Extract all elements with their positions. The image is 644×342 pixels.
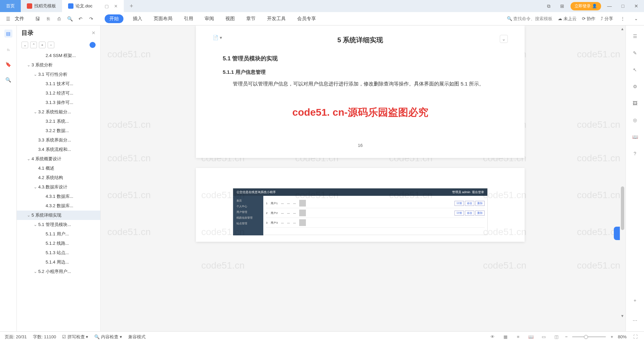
menu-right-icon[interactable]: ☰ (631, 32, 639, 40)
view-focus-icon[interactable]: ◫ (552, 333, 560, 341)
outline-item[interactable]: 3.1.1 技术可... (17, 79, 100, 89)
tab-view[interactable]: 视图 (223, 14, 237, 23)
tab-start[interactable]: 开始 (105, 14, 123, 23)
collapse-ribbon-icon[interactable]: ⌄ (632, 15, 640, 23)
tab-templates[interactable]: 找稻壳模板 (21, 0, 62, 12)
tab-present-icon[interactable]: ▢ (105, 4, 109, 9)
settings-slider-icon[interactable]: ⚙ (631, 82, 639, 91)
zoom-out-icon[interactable]: − (565, 334, 568, 339)
outline-item[interactable]: 3.2.1 系统... (17, 117, 100, 126)
collapse-all-icon[interactable]: ⌄ (21, 42, 28, 48)
scroll-up-icon[interactable]: ▲ (621, 27, 624, 31)
redo-icon[interactable]: ↷ (87, 15, 95, 23)
outline-item[interactable]: 5.1.4 周边... (17, 258, 100, 267)
page-marker-icon[interactable]: 📄▾ (213, 35, 223, 40)
zoom-level[interactable]: 80% (618, 334, 627, 339)
tab-dev[interactable]: 开发工具 (265, 14, 288, 23)
search-input[interactable]: 🔍 查找命令、搜索模板 (507, 16, 553, 22)
view-outline-icon[interactable]: ▭ (540, 333, 548, 341)
remove-icon[interactable]: − (48, 42, 54, 48)
outline-item[interactable]: ⌄4 系统概要设计 (17, 154, 100, 164)
view-page-icon[interactable]: ▦ (501, 333, 509, 341)
outline-item[interactable]: 2.4 SSM 框架... (17, 51, 100, 60)
compat-mode[interactable]: 兼容模式 (128, 334, 146, 340)
word-count[interactable]: 字数: 11100 (33, 334, 56, 340)
scroll-down-icon[interactable]: ▼ (621, 314, 624, 318)
pencil-icon[interactable]: ✎ (631, 49, 639, 57)
print-icon[interactable]: ⎙ (55, 15, 63, 23)
export-icon[interactable]: ⎘ (44, 15, 52, 23)
cloud-status[interactable]: ☁ 未上云 (558, 16, 577, 22)
outline-item[interactable]: 3.2.2 数据... (17, 126, 100, 135)
view-web-icon[interactable]: ≡ (514, 333, 522, 341)
read-icon[interactable]: 📖 (631, 133, 639, 141)
tab-document[interactable]: 论文.doc▢✕ (62, 0, 124, 12)
more-right-icon[interactable]: ⋯ (631, 317, 639, 325)
login-button[interactable]: 立即登录👤 (571, 2, 601, 10)
expand-all-icon[interactable]: ⌃ (30, 42, 37, 48)
help-icon[interactable]: ? (631, 150, 639, 158)
float-tab[interactable] (614, 227, 620, 240)
outline-item[interactable]: ⌄3.1 可行性分析 (17, 70, 100, 79)
more-icon[interactable]: ⋮ (619, 15, 627, 23)
save-icon[interactable]: 🖫 (34, 15, 42, 23)
apps-icon[interactable]: ⊞ (557, 1, 567, 11)
tab-layout[interactable]: 页面布局 (152, 14, 174, 23)
view-read-icon[interactable]: 📖 (527, 333, 535, 341)
outline-item[interactable]: 5.1.2 线路... (17, 239, 100, 248)
tab-reference[interactable]: 引用 (182, 14, 195, 23)
outline-item[interactable]: 5.1.3 站点... (17, 248, 100, 258)
outline-item[interactable]: ⌄5.1 管理员模块... (17, 220, 100, 229)
outline-item[interactable]: 3.1.2 经济可... (17, 89, 100, 98)
share-button[interactable]: ⤴ 分享 (601, 16, 613, 22)
coop-button[interactable]: ⟳ 协作 (582, 16, 596, 22)
outline-item[interactable]: ⌄3 系统分析 (17, 60, 100, 70)
zoom-slider[interactable] (572, 336, 606, 337)
shape-icon[interactable]: ◎ (631, 116, 639, 124)
page-indicator[interactable]: 页面: 20/31 (5, 334, 27, 340)
zoom-in-icon[interactable]: + (610, 334, 613, 339)
outline-item[interactable]: 3.3 系统界面分... (17, 135, 100, 145)
menu-icon[interactable]: ☰ (4, 15, 12, 23)
outline-item[interactable]: 3.1.3 操作可... (17, 98, 100, 107)
close-icon[interactable]: ✕ (631, 1, 641, 11)
tab-close-icon[interactable]: ✕ (114, 4, 118, 9)
vertical-scrollbar[interactable]: ▲ ▼ (620, 25, 626, 331)
outline-item[interactable]: 3.4 系统流程和... (17, 145, 100, 154)
sync-badge[interactable] (90, 42, 96, 48)
content-check-button[interactable]: 🔍 内容检查 ▾ (94, 334, 122, 340)
outline-item[interactable]: 4.3.2 数据库... (17, 201, 100, 211)
outline-item[interactable]: ⌄5 系统详细实现 (17, 211, 100, 220)
outline-item[interactable]: 4.3.1 数据库... (17, 192, 100, 201)
tab-insert[interactable]: 插入 (131, 14, 144, 23)
cursor-icon[interactable]: ↖ (631, 66, 639, 74)
ruler-icon[interactable]: ⎁ (4, 45, 12, 53)
add-icon[interactable]: + (39, 42, 46, 48)
bookmark-icon[interactable]: 🔖 (4, 60, 12, 68)
tab-new[interactable]: + (124, 0, 140, 12)
search-left-icon[interactable]: 🔍 (4, 76, 12, 84)
eye-icon[interactable]: 👁 (489, 333, 497, 341)
undo-icon[interactable]: ↶ (76, 15, 85, 23)
outline-close-icon[interactable]: ✕ (92, 30, 96, 36)
file-menu[interactable]: 文件 (15, 16, 24, 22)
preview-icon[interactable]: 🔍 (66, 15, 74, 23)
outline-item[interactable]: ⌄4.3.数据库设计 (17, 182, 100, 192)
outline-item[interactable]: ⌄3.2 系统性能分... (17, 107, 100, 117)
collapse-section-icon[interactable]: ⌄ (500, 35, 508, 43)
outline-item[interactable]: 5.1.1 用户... (17, 229, 100, 239)
tab-review[interactable]: 审阅 (203, 14, 216, 23)
tab-chapter[interactable]: 章节 (244, 14, 258, 23)
tab-home[interactable]: 首页 (0, 0, 21, 12)
plus-icon[interactable]: + (631, 296, 639, 304)
maximize-icon[interactable]: □ (618, 1, 628, 11)
outline-item[interactable]: 4.1 概述 (17, 164, 100, 173)
scrollbar-thumb[interactable] (621, 186, 624, 230)
spellcheck-button[interactable]: ☑ 拼写检查 ▾ (62, 334, 88, 340)
image-icon[interactable]: 🖼 (631, 99, 639, 107)
layout-icon[interactable]: ⧉ (544, 1, 554, 11)
document-area[interactable]: code51.cn code51.cn code51.cn code51.cn … (101, 25, 620, 331)
outline-item[interactable]: ⌄5.2 小程序用户... (17, 267, 100, 276)
minimize-icon[interactable]: — (604, 1, 614, 11)
outline-item[interactable]: 4.2 系统结构 (17, 173, 100, 182)
